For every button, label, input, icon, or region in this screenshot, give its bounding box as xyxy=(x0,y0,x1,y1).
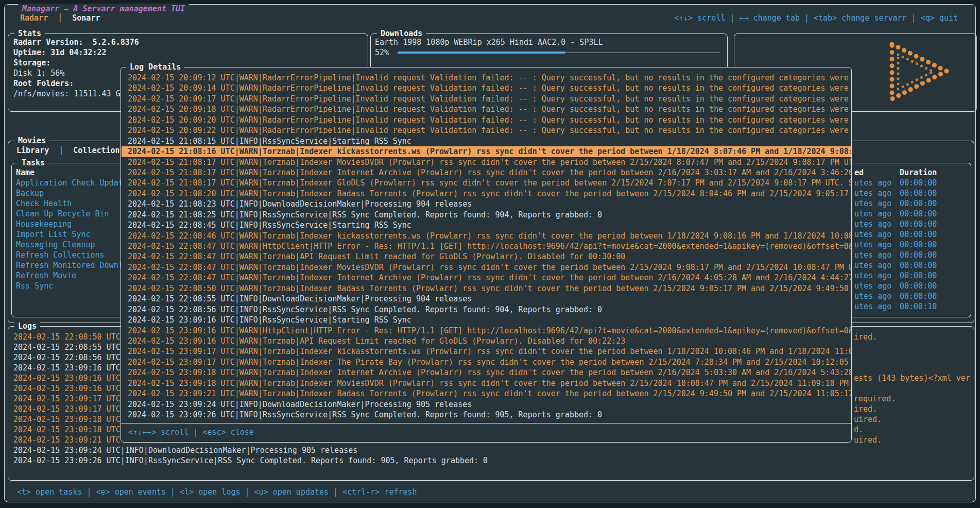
task-duration: 00:00:00 xyxy=(900,178,937,188)
log-detail-row[interactable]: 2024-02-15 22:08:55 UTC|INFO|DownloadDec… xyxy=(122,294,851,304)
log-row-tail: ired. xyxy=(854,404,877,414)
top-shortcut-hints: <↑↓> scroll | ←→ change tab | <tab> chan… xyxy=(674,13,958,23)
log-row[interactable]: 2024-02-15 23:09:24 UTC|INFO|DownloadDec… xyxy=(13,445,971,455)
log-row-text: 2024-02-15 23:09:21 UTC xyxy=(13,435,121,445)
tab-radarr[interactable]: Radarr xyxy=(20,13,48,23)
task-last-executed: utes ago xyxy=(854,178,891,188)
log-detail-row[interactable]: 2024-02-15 23:09:16 UTC|WARN|Torznab|API… xyxy=(122,336,851,346)
log-detail-row[interactable]: 2024-02-15 22:08:47 UTC|WARN|Torznab|Ind… xyxy=(122,273,851,283)
movies-panel-title: Movies xyxy=(14,136,49,146)
log-detail-row[interactable]: 2024-02-15 23:09:17 UTC|WARN|Torznab|Ind… xyxy=(122,346,851,357)
log-row-tail: uired. xyxy=(854,414,882,425)
task-last-executed: utes ago xyxy=(854,209,891,219)
app-title: Managarr — A Servarr management TUI xyxy=(18,4,189,14)
tab-separator: │ xyxy=(58,13,62,23)
log-row-text: 2024-02-15 23:09:18 UTC xyxy=(13,414,121,425)
log-row-tail: ired. xyxy=(854,332,877,342)
log-detail-row[interactable]: 2024-02-15 22:08:46 UTC|WARN|Torznab|Ind… xyxy=(122,231,851,241)
uptime-label: Uptime: xyxy=(13,48,46,57)
disk-usage-label: Disk 1: 56% xyxy=(13,69,64,78)
storage-label: Storage: xyxy=(13,58,50,67)
log-detail-row-selected[interactable]: 2024-02-15 21:08:16 UTC|WARN|Torznab|Ind… xyxy=(122,146,851,157)
log-row-text: 2024-02-15 23:09:18 UTC xyxy=(13,425,121,435)
log-detail-row[interactable]: 2024-02-15 23:09:24 UTC|INFO|DownloadDec… xyxy=(122,399,851,410)
task-last-executed: utes ago xyxy=(854,260,891,270)
log-detail-row[interactable]: 2024-02-15 22:08:47 UTC|WARN|Torznab|Ind… xyxy=(122,262,851,273)
log-detail-row[interactable]: 2024-02-15 21:08:15 UTC|INFO|RssSyncServ… xyxy=(122,136,851,146)
log-detail-row[interactable]: 2024-02-15 20:09:18 UTC|WARN|RadarrError… xyxy=(122,104,851,114)
log-detail-row[interactable]: 2024-02-15 23:09:26 UTC|INFO|RssSyncServ… xyxy=(122,410,851,420)
managarr-play-logo-icon xyxy=(879,37,961,108)
log-detail-row[interactable]: 2024-02-15 22:08:50 UTC|WARN|Torznab|Ind… xyxy=(122,283,851,294)
log-detail-row[interactable]: 2024-02-15 21:08:17 UTC|WARN|Torznab|Ind… xyxy=(122,178,851,188)
task-duration: 00:00:00 xyxy=(900,188,937,198)
log-details-title: Log Details xyxy=(126,62,184,72)
task-duration: 00:00:00 xyxy=(900,240,937,250)
log-details-list[interactable]: 2024-02-15 20:09:12 UTC|WARN|RadarrError… xyxy=(122,73,851,421)
tasks-panel-title: Tasks xyxy=(18,158,48,168)
log-detail-row[interactable]: 2024-02-15 23:09:21 UTC|WARN|Torznab|Ind… xyxy=(122,388,851,399)
download-percent: 52% xyxy=(375,48,389,57)
log-row-tail: uired. xyxy=(854,435,882,445)
log-detail-row[interactable]: 2024-02-15 22:08:45 UTC|INFO|RssSyncServ… xyxy=(122,220,851,230)
download-progress-fill xyxy=(398,52,565,54)
log-detail-row[interactable]: 2024-02-15 20:09:20 UTC|WARN|RadarrError… xyxy=(122,115,851,125)
log-detail-row[interactable]: 2024-02-15 21:08:25 UTC|INFO|RssSyncServ… xyxy=(122,210,851,220)
log-detail-row[interactable]: 2024-02-15 22:08:47 UTC|WARN|Torznab|API… xyxy=(122,251,851,262)
task-last-executed: utes ago xyxy=(854,291,891,301)
log-row-text: 2024-02-15 23:09:16 UTC xyxy=(13,363,121,373)
tab-library[interactable]: Library xyxy=(16,146,49,155)
log-detail-row[interactable]: 2024-02-15 23:09:17 UTC|WARN|Torznab|Ind… xyxy=(122,357,851,367)
log-details-footer-divider xyxy=(121,423,851,424)
download-item-name[interactable]: Earth 1998 1080p WEBRip x265 Hindi AAC2.… xyxy=(375,38,603,47)
log-row-text: 2024-02-15 23:09:17 UTC xyxy=(13,394,121,404)
log-row-text: 2024-02-15 23:09:26 UTC|INFO|RssSyncServ… xyxy=(13,455,488,466)
log-details-modal: Log Details 2024-02-15 20:09:12 UTC|WARN… xyxy=(121,67,852,443)
log-row-tail: d. xyxy=(854,425,863,435)
tasks-column-duration: Duration xyxy=(900,167,937,178)
download-progress-row: 52% xyxy=(375,47,723,58)
log-row-text: 2024-02-15 23:09:17 UTC xyxy=(13,404,121,414)
radarr-version-label: Radarr Version: xyxy=(13,38,83,47)
log-detail-row[interactable]: 2024-02-15 21:08:23 UTC|INFO|DownloadDec… xyxy=(122,199,851,209)
task-last-executed: utes ago xyxy=(854,240,891,250)
radarr-version-value: 5.2.6.8376 xyxy=(93,38,139,47)
log-row-text: 2024-02-15 23:09:16 UTC xyxy=(13,373,121,383)
log-detail-row[interactable]: 2024-02-15 23:09:16 UTC|INFO|RssSyncServ… xyxy=(122,315,851,325)
log-detail-row[interactable]: 2024-02-15 20:09:14 UTC|WARN|RadarrError… xyxy=(122,83,851,93)
log-row-text: 2024-02-15 22:08:55 UTC xyxy=(13,342,121,352)
log-detail-row[interactable]: 2024-02-15 20:09:17 UTC|WARN|RadarrError… xyxy=(122,94,851,104)
log-detail-row[interactable]: 2024-02-15 22:08:47 UTC|WARN|HttpClient|… xyxy=(122,241,851,251)
log-detail-row[interactable]: 2024-02-15 21:08:17 UTC|WARN|Torznab|Ind… xyxy=(122,157,851,167)
tasks-column-name: Name xyxy=(16,167,35,178)
log-detail-row[interactable]: 2024-02-15 23:09:18 UTC|WARN|Torznab|Ind… xyxy=(122,378,851,388)
task-last-executed: utes ago xyxy=(854,270,891,281)
task-last-executed: utes ago xyxy=(854,301,891,312)
task-last-executed: utes ago xyxy=(854,219,891,229)
bottom-shortcut-hints: <t> open tasks | <e> open events | <l> o… xyxy=(17,487,417,497)
log-detail-row[interactable]: 2024-02-15 20:09:12 UTC|WARN|RadarrError… xyxy=(122,73,851,83)
log-detail-row[interactable]: 2024-02-15 22:08:56 UTC|INFO|RssSyncServ… xyxy=(122,304,851,315)
task-duration: 00:00:00 xyxy=(900,219,937,229)
log-detail-row[interactable]: 2024-02-15 20:09:22 UTC|WARN|RadarrError… xyxy=(122,125,851,136)
task-duration: 00:00:10 xyxy=(900,301,937,312)
log-detail-row[interactable]: 2024-02-15 23:09:18 UTC|WARN|Torznab|Ind… xyxy=(122,367,851,378)
log-detail-row[interactable]: 2024-02-15 21:08:17 UTC|WARN|Torznab|Ind… xyxy=(122,167,851,178)
task-duration: 00:00:00 xyxy=(900,281,937,291)
task-duration: 00:00:00 xyxy=(900,198,937,209)
log-row-tail: required. xyxy=(854,394,896,404)
uptime-value: 31d 04:32:22 xyxy=(50,48,106,57)
task-duration: 00:00:00 xyxy=(900,229,937,240)
log-detail-row[interactable]: 2024-02-15 21:08:20 UTC|WARN|Torznab|Ind… xyxy=(122,189,851,199)
task-duration: 00:00:00 xyxy=(900,270,937,281)
log-row-text: 2024-02-15 23:09:16 UTC xyxy=(13,383,121,394)
task-last-executed: utes ago xyxy=(854,198,891,209)
log-row[interactable]: 2024-02-15 23:09:26 UTC|INFO|RssSyncServ… xyxy=(13,455,971,466)
log-detail-row[interactable]: 2024-02-15 23:09:16 UTC|WARN|HttpClient|… xyxy=(122,326,851,336)
task-duration: 00:00:00 xyxy=(900,260,937,270)
tab-collections[interactable]: Collections xyxy=(73,146,124,155)
task-last-executed: utes ago xyxy=(854,188,891,198)
tab-sonarr[interactable]: Sonarr xyxy=(72,13,100,23)
task-last-executed: utes ago xyxy=(854,281,891,291)
task-last-executed: utes ago xyxy=(854,250,891,260)
